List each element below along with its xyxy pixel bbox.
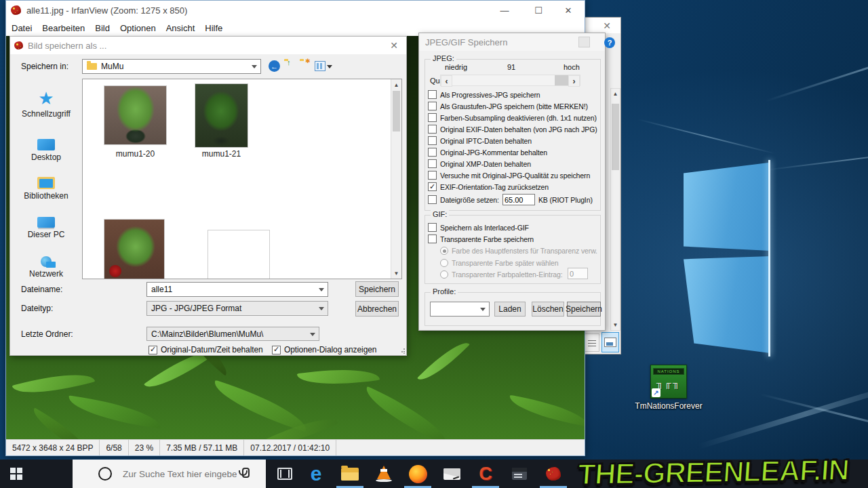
file-thumbnail-mumu1-21[interactable] — [195, 84, 248, 147]
help-icon[interactable]: ? — [604, 37, 615, 48]
slider-thumb[interactable] — [555, 75, 568, 85]
profile-load-button[interactable]: Laden — [494, 302, 526, 317]
keep-date-checkbox[interactable]: Original-Datum/Zeit behalten — [149, 345, 263, 354]
window-titlebar[interactable]: alle11.jpg - IrfanView (Zoom: 1275 x 850… — [6, 1, 585, 20]
checkbox-icon[interactable] — [428, 223, 437, 232]
opt-set-filesize[interactable]: Dateigröße setzen: KB (RIOT PlugIn) — [428, 194, 593, 205]
vlc-button[interactable] — [368, 460, 400, 488]
maximize-icon[interactable]: ☐ — [523, 1, 554, 20]
shortcut-label[interactable]: TmNationsForever — [627, 401, 710, 411]
sidebar-item-network[interactable]: Netzwerk — [17, 245, 75, 279]
taskbar-search[interactable] — [73, 460, 266, 488]
search-input[interactable] — [121, 468, 238, 480]
palette-entry-input[interactable] — [568, 268, 588, 279]
slider-left-icon[interactable]: ‹ — [441, 75, 452, 87]
menu-bild[interactable]: Bild — [95, 23, 110, 33]
file-list[interactable]: mumu1-20 mumu1-21 ▲ ▼ — [82, 79, 402, 279]
opt-progressive[interactable]: Als Progressives-JPG speichern — [428, 90, 540, 99]
show-options-checkbox[interactable]: Optionen-Dialog anzeigen — [272, 345, 376, 354]
details-view-button[interactable] — [585, 333, 599, 352]
checkbox-icon[interactable] — [428, 195, 437, 204]
file-label[interactable]: mumu1-20 — [104, 149, 166, 159]
thumbnail-view-button[interactable] — [601, 332, 619, 352]
checkbox-icon[interactable] — [149, 346, 157, 354]
ccleaner-button[interactable]: C — [469, 460, 502, 488]
cancel-button[interactable]: Abbrechen — [355, 301, 399, 317]
irfanview-taskbar-button[interactable] — [537, 460, 570, 488]
scroll-down-icon[interactable]: ▼ — [392, 268, 401, 278]
task-view-button[interactable] — [269, 460, 301, 488]
gif-interlaced[interactable]: Speichern als Interlaced-GIF — [428, 223, 529, 232]
opt-grayscale[interactable]: Als Graustufen-JPG speichern (bitte MERK… — [428, 102, 588, 110]
save-in-combobox[interactable]: MuMu — [82, 59, 261, 74]
file-label[interactable]: mumu1-21 — [195, 149, 248, 159]
menu-optionen[interactable]: Optionen — [120, 23, 156, 33]
view-menu-icon[interactable] — [315, 61, 326, 71]
dialog-titlebar[interactable]: JPEG/GIF Speichern — [419, 33, 605, 51]
file-thumbnail-partial-1[interactable] — [104, 220, 164, 279]
menu-bearbeiten[interactable]: Bearbeiten — [42, 23, 85, 33]
file-thumbnail-mumu1-20[interactable] — [104, 86, 166, 144]
mail-button[interactable] — [435, 460, 468, 488]
opt-subsampling[interactable]: Farben-Subsampling deaktivieren (dh. 1x1… — [428, 113, 597, 122]
checkbox-icon[interactable] — [428, 159, 437, 168]
checkbox-icon[interactable] — [272, 346, 281, 354]
checkbox-icon[interactable] — [428, 90, 437, 99]
scrollbar-thumb[interactable] — [612, 104, 619, 170]
save-button[interactable]: Speichern — [355, 281, 399, 297]
opt-original-quality[interactable]: Versuche mit Original-JPG-Qualität zu sp… — [428, 171, 590, 180]
sidebar-item-quick-access[interactable]: ★ Schnellzugriff — [17, 85, 75, 119]
opt-keep-comment[interactable]: Original-JPG-Kommentar behalten — [428, 148, 547, 157]
checkbox-icon[interactable] — [428, 235, 437, 243]
profile-save-button[interactable]: Speichern — [567, 302, 601, 317]
firefox-button[interactable] — [401, 460, 434, 488]
sidebar-item-libraries[interactable]: Bibliotheken — [17, 167, 75, 201]
radio-palette-entry[interactable]: Transparenter Farbpaletten-Eintrag: — [440, 270, 563, 279]
profile-combobox[interactable] — [430, 302, 490, 317]
checkbox-icon[interactable] — [428, 136, 437, 145]
menu-ansicht[interactable]: Ansicht — [166, 23, 195, 33]
sidebar-item-this-pc[interactable]: Dieser PC — [17, 206, 75, 239]
view-menu-dropdown-icon[interactable] — [327, 65, 332, 68]
profile-delete-button[interactable]: Löschen — [532, 302, 564, 317]
back-folder-icon[interactable]: ← — [269, 60, 280, 72]
tmnationsforever-icon[interactable]: NATIONS ╖╓╖ ↗ — [650, 365, 687, 399]
checkbox-icon[interactable] — [428, 113, 437, 122]
checkbox-icon[interactable] — [428, 182, 437, 191]
scrollbar-thumb[interactable] — [393, 91, 400, 131]
radio-icon[interactable] — [440, 270, 448, 279]
dialog-titlebar[interactable]: Bild speichern als ... ✕ — [10, 37, 406, 54]
file-list-scrollbar[interactable]: ▲ ▼ — [391, 79, 401, 279]
filename-combobox[interactable]: alle11 — [146, 282, 328, 297]
close-icon[interactable]: ✕ — [553, 1, 584, 20]
file-thumbnail-partial-2[interactable] — [208, 230, 269, 279]
edge-button[interactable]: e — [300, 460, 332, 488]
scroll-up-icon[interactable]: ▲ — [611, 89, 620, 99]
opt-keep-iptc[interactable]: Original IPTC-Daten behalten — [428, 136, 532, 145]
menu-datei[interactable]: Datei — [12, 23, 32, 33]
desktop-shortcut-tmnationsforever[interactable]: NATIONS ╖╓╖ ↗ TmNationsForever — [627, 365, 710, 411]
checkbox-icon[interactable] — [428, 102, 437, 110]
minimize-icon[interactable]: — — [489, 1, 520, 20]
radio-icon[interactable] — [440, 247, 448, 255]
quality-slider[interactable]: ‹ › — [440, 75, 580, 86]
titlebar-button[interactable] — [578, 37, 590, 47]
checkbox-icon[interactable] — [428, 148, 437, 157]
filesize-input[interactable] — [502, 194, 535, 205]
opt-reset-orientation[interactable]: EXIF-Orientation-Tag zurücksetzen — [428, 182, 549, 191]
filetype-combobox[interactable]: JPG - JPG/JPEG Format — [146, 301, 328, 316]
gif-transparent[interactable]: Transparente Farbe speichern — [428, 235, 534, 243]
file-explorer-button[interactable] — [334, 460, 366, 488]
start-button[interactable] — [0, 460, 33, 488]
sidebar-item-desktop[interactable]: Desktop — [17, 129, 75, 162]
checkbox-icon[interactable] — [428, 125, 437, 134]
fragment-scrollbar[interactable]: ▲ ▼ — [610, 88, 620, 331]
opt-keep-exif[interactable]: Original EXIF-Daten behalten (von JPG na… — [428, 125, 597, 134]
close-icon[interactable]: ✕ — [603, 20, 611, 31]
last-folder-combobox[interactable]: C:\Mainz\Bilder\Blumen\MuMu\ — [146, 327, 319, 341]
radio-choose-later[interactable]: Transparente Farbe später wählen — [440, 259, 559, 267]
close-icon[interactable]: ✕ — [390, 40, 398, 51]
radio-icon[interactable] — [440, 259, 448, 267]
checkbox-icon[interactable] — [428, 171, 437, 180]
scroll-down-icon[interactable]: ▼ — [611, 320, 620, 330]
